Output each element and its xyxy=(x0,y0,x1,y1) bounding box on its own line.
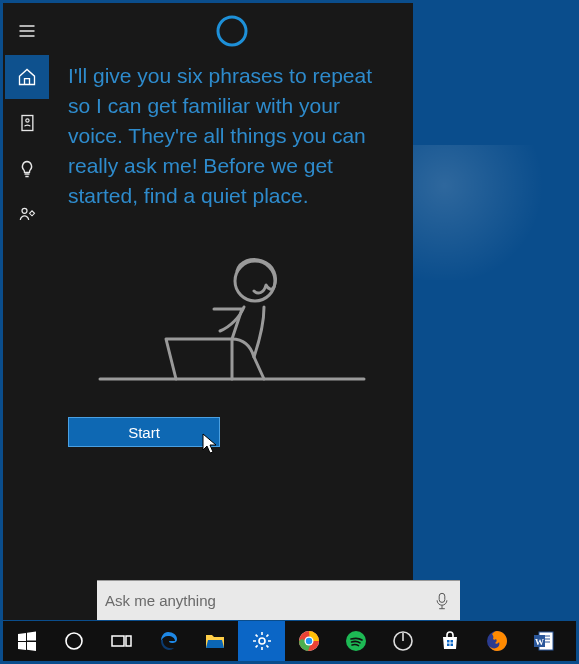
lightbulb-icon xyxy=(17,159,37,179)
svg-text:W: W xyxy=(535,637,544,647)
cortana-navbar xyxy=(3,3,50,620)
start-button[interactable]: Start xyxy=(68,417,220,447)
nav-home-button[interactable] xyxy=(5,55,49,99)
svg-rect-20 xyxy=(450,640,453,643)
nav-menu-button[interactable] xyxy=(5,9,49,53)
svg-point-8 xyxy=(66,633,82,649)
cortana-content: I'll give you six phrases to repeat so I… xyxy=(50,3,413,620)
windows-logo-icon xyxy=(15,629,39,653)
taskbar-spotify-button[interactable] xyxy=(332,621,379,661)
taskbar-cortana-button[interactable] xyxy=(50,621,97,661)
svg-point-3 xyxy=(218,17,246,45)
hamburger-icon xyxy=(17,21,37,41)
svg-rect-7 xyxy=(439,593,445,602)
person-at-laptop-illustration xyxy=(92,239,372,389)
search-input[interactable] xyxy=(105,581,432,620)
svg-point-11 xyxy=(259,638,265,644)
taskbar-edge-button[interactable] xyxy=(144,621,191,661)
svg-rect-10 xyxy=(126,636,131,646)
edge-icon xyxy=(156,629,180,653)
svg-rect-21 xyxy=(447,644,450,647)
cortana-ring-icon xyxy=(214,13,250,49)
search-bar xyxy=(97,580,460,620)
nav-tips-button[interactable] xyxy=(5,147,49,191)
spotify-icon xyxy=(344,629,368,653)
feedback-icon xyxy=(17,205,37,225)
svg-point-2 xyxy=(22,208,27,213)
svg-rect-19 xyxy=(447,640,450,643)
word-icon: W xyxy=(532,629,556,653)
taskbar-file-explorer-button[interactable] xyxy=(191,621,238,661)
taskbar-settings-button[interactable] xyxy=(238,621,285,661)
home-icon xyxy=(17,67,37,87)
task-view-icon xyxy=(109,629,133,653)
cortana-panel: I'll give you six phrases to repeat so I… xyxy=(3,3,413,620)
task-view-button[interactable] xyxy=(97,621,144,661)
microphone-icon xyxy=(435,591,449,611)
start-menu-button[interactable] xyxy=(3,621,50,661)
taskbar-chrome-button[interactable] xyxy=(285,621,332,661)
instruction-text: I'll give you six phrases to repeat so I… xyxy=(50,49,413,211)
store-icon xyxy=(438,629,462,653)
firefox-icon xyxy=(485,629,509,653)
svg-point-15 xyxy=(305,638,311,644)
svg-point-1 xyxy=(25,119,28,122)
power-icon xyxy=(391,629,415,653)
cortana-circle-icon xyxy=(62,629,86,653)
taskbar: W xyxy=(3,621,576,661)
taskbar-word-button[interactable]: W xyxy=(520,621,567,661)
folder-icon xyxy=(203,629,227,653)
taskbar-power-button[interactable] xyxy=(379,621,426,661)
notebook-icon xyxy=(17,113,37,133)
svg-rect-0 xyxy=(22,116,33,131)
start-button-row: Start xyxy=(50,389,413,447)
taskbar-store-button[interactable] xyxy=(426,621,473,661)
svg-rect-22 xyxy=(450,644,453,647)
svg-point-6 xyxy=(235,261,275,301)
chrome-icon xyxy=(297,629,321,653)
microphone-button[interactable] xyxy=(432,588,452,614)
gear-icon xyxy=(250,629,274,653)
svg-rect-9 xyxy=(112,636,124,646)
nav-feedback-button[interactable] xyxy=(5,193,49,237)
nav-notebook-button[interactable] xyxy=(5,101,49,145)
taskbar-firefox-button[interactable] xyxy=(473,621,520,661)
